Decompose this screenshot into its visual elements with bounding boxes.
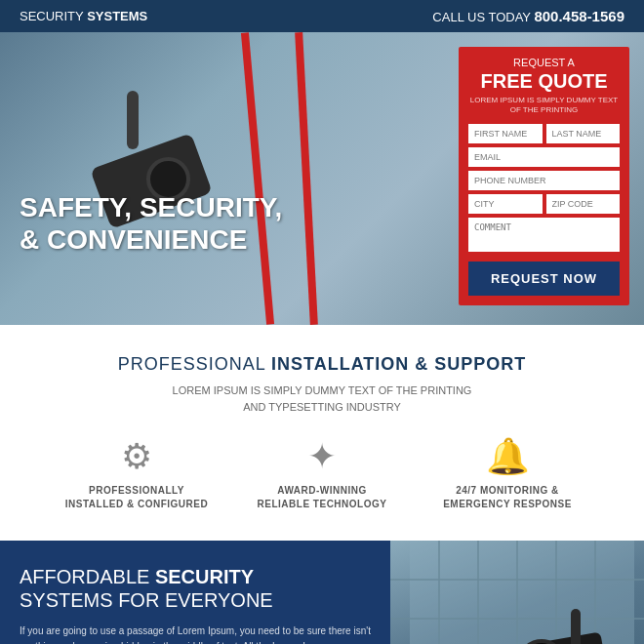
brand-normal: SECURITY (20, 9, 84, 23)
phone-row (468, 171, 620, 190)
email-input[interactable] (468, 147, 620, 167)
svg-rect-0 (410, 541, 634, 644)
hero-text: SAFETY, SECURITY, & CONVENIENCE (20, 191, 282, 257)
bottom-camera-image (390, 541, 644, 644)
hero-section: SAFETY, SECURITY, & CONVENIENCE REQUEST … (0, 32, 644, 325)
feature-label-3: 24/7 MONITORING &EMERGENCY RESPONSE (443, 484, 572, 511)
hero-headline: SAFETY, SECURITY, & CONVENIENCE (20, 191, 282, 257)
feature-label-1: PROFESSIONALLYINSTALLED & CONFIGURED (65, 484, 208, 511)
features-heading-bold: INSTALLATION & SUPPORT (271, 354, 526, 374)
email-row (468, 147, 620, 167)
zip-input[interactable] (546, 194, 621, 214)
camera-mount (127, 91, 139, 149)
building-svg (390, 541, 644, 644)
site-header: SECURITY SYSTEMS CALL US TODAY 800.458-1… (0, 0, 644, 32)
request-a-label: REQUEST A (468, 57, 620, 68)
free-quote-label: FREE QUOTE (468, 70, 620, 92)
features-subtitle: LOREM IPSUM IS SIMPLY DUMMY TEXT OF THE … (20, 382, 624, 415)
phone-digits: 800.458-1569 (534, 8, 624, 24)
bottom-heading: AFFORDABLE SECURITY SYSTEMS FOR EVERYONE (20, 565, 371, 612)
phone-input[interactable] (468, 171, 620, 190)
feature-item-1: ⚙ PROFESSIONALLYINSTALLED & CONFIGURED (63, 439, 210, 511)
svg-rect-12 (571, 609, 581, 644)
comment-input[interactable] (468, 218, 620, 252)
subtitle-line1: LOREM IPSUM IS SIMPLY DUMMY TEXT OF THE … (173, 384, 472, 396)
form-lorem-text: LOREM IPSUM IS SIMPLY DUMMY TEXT OF THE … (468, 96, 620, 116)
headline-line2: & CONVENIENCE (20, 224, 247, 255)
gear-icon: ⚙ (121, 439, 152, 474)
feature-item-2: ✦ AWARD-WINNINGRELIABLE TECHNOLOGY (249, 439, 395, 511)
last-name-input[interactable] (546, 124, 621, 143)
feature-item-3: 🔔 24/7 MONITORING &EMERGENCY RESPONSE (434, 439, 581, 511)
comment-row (468, 218, 620, 252)
features-section: PROFESSIONAL INSTALLATION & SUPPORT LORE… (0, 325, 644, 541)
brand-bold: SYSTEMS (87, 9, 147, 23)
request-now-button[interactable]: REQUEST NOW (468, 262, 620, 296)
name-row (468, 124, 620, 143)
brand-name: SECURITY SYSTEMS (20, 9, 147, 23)
call-label: CALL US TODAY (432, 10, 530, 24)
bottom-body-text: If you are going to use a passage of Lor… (20, 624, 371, 644)
award-icon: ✦ (307, 439, 337, 474)
first-name-input[interactable] (468, 124, 543, 143)
quote-form: REQUEST A FREE QUOTE LOREM IPSUM IS SIMP… (459, 47, 629, 305)
bottom-section: AFFORDABLE SECURITY SYSTEMS FOR EVERYONE… (0, 541, 644, 644)
feature-label-2: AWARD-WINNINGRELIABLE TECHNOLOGY (258, 484, 387, 511)
city-input[interactable] (468, 194, 543, 214)
bell-icon: 🔔 (486, 439, 530, 474)
subtitle-line2: AND TYPESETTING INDUSTRY (243, 401, 401, 413)
features-heading-normal: PROFESSIONAL (118, 354, 265, 374)
bottom-text-block: AFFORDABLE SECURITY SYSTEMS FOR EVERYONE… (0, 541, 390, 644)
features-grid: ⚙ PROFESSIONALLYINSTALLED & CONFIGURED ✦… (20, 439, 624, 511)
city-zip-row (468, 194, 620, 214)
features-heading: PROFESSIONAL INSTALLATION & SUPPORT (20, 354, 624, 375)
headline-line1: SAFETY, SECURITY, (20, 192, 282, 222)
phone-number: CALL US TODAY 800.458-1569 (432, 8, 624, 24)
